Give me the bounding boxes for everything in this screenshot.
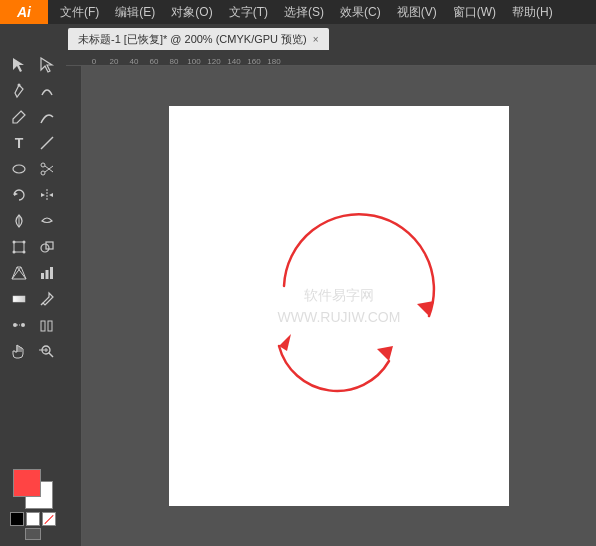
tool-row-8 [0,234,66,260]
screen-mode-button[interactable] [25,528,41,540]
svg-point-30 [21,323,25,327]
tool-row-1 [0,52,66,78]
graph-tool[interactable] [34,261,60,285]
svg-point-29 [13,323,17,327]
svg-rect-27 [13,296,25,302]
svg-point-18 [13,251,16,254]
svg-marker-12 [49,193,53,197]
hand-tool[interactable] [6,339,32,363]
canvas-content[interactable]: 软件易字网 WWW.RUJIW.COM [82,66,596,546]
perspective-tool[interactable] [6,261,32,285]
canvas-area: 0 20 40 60 80 100 120 140 160 180 软件易字网 … [66,50,596,546]
shape-builder-tool[interactable] [34,235,60,259]
no-color-button[interactable] [42,512,56,526]
menu-bar: Ai 文件(F) 编辑(E) 对象(O) 文字(T) 选择(S) 效果(C) 视… [0,0,596,24]
svg-marker-21 [12,267,26,279]
pen-tool[interactable] [6,79,32,103]
width-tool[interactable] [6,209,32,233]
svg-point-16 [23,241,26,244]
main-area: T [0,50,596,546]
reflect-tool[interactable] [34,183,60,207]
tool-row-10 [0,286,66,312]
swap-colors-button[interactable] [26,512,40,526]
rotate-tool[interactable] [6,183,32,207]
tool-row-2 [0,78,66,104]
blend-tool[interactable] [6,313,32,337]
menu-select[interactable]: 选择(S) [276,0,332,24]
direct-selection-tool[interactable] [34,53,60,77]
svg-line-28 [41,303,43,305]
tab-close-button[interactable]: × [313,34,319,45]
gradient-tool[interactable] [6,287,32,311]
svg-rect-14 [14,242,24,252]
svg-point-17 [23,251,26,254]
tool-row-6 [0,182,66,208]
screen-mode [4,528,62,540]
menu-view[interactable]: 视图(V) [389,0,445,24]
svg-point-6 [41,171,45,175]
svg-rect-33 [48,321,52,331]
menu-object[interactable]: 对象(O) [163,0,220,24]
drawing-svg [169,106,509,506]
foreground-color-box[interactable] [13,469,41,497]
selection-tool[interactable] [6,53,32,77]
ruler-tick: 100 [184,57,204,66]
tab-title: 未标题-1 [已恢复]* @ 200% (CMYK/GPU 预览) [78,32,307,47]
toolbar: T [0,50,66,546]
ruler-tick: 140 [224,57,244,66]
menu-edit[interactable]: 编辑(E) [107,0,163,24]
ruler-tick: 120 [204,57,224,66]
svg-point-19 [41,244,49,252]
scissors-tool[interactable] [34,157,60,181]
svg-rect-32 [41,321,45,331]
svg-marker-1 [41,58,52,72]
ruler-tick: 40 [124,57,144,66]
document-tab[interactable]: 未标题-1 [已恢复]* @ 200% (CMYK/GPU 预览) × [68,28,329,50]
tool-row-9 [0,260,66,286]
mini-color-boxes [4,512,62,526]
svg-point-5 [41,163,45,167]
svg-rect-24 [41,273,44,279]
curvature-tool[interactable] [34,79,60,103]
svg-rect-26 [50,267,53,279]
tool-row-7 [0,208,66,234]
svg-line-3 [41,137,53,149]
ruler-tick: 20 [104,57,124,66]
menu-window[interactable]: 窗口(W) [445,0,504,24]
menu-effect[interactable]: 效果(C) [332,0,389,24]
tool-row-11 [0,312,66,338]
line-tool[interactable] [34,131,60,155]
smooth-tool[interactable] [34,105,60,129]
free-transform-tool[interactable] [6,235,32,259]
color-section [0,465,66,544]
svg-rect-25 [46,270,49,279]
menu-help[interactable]: 帮助(H) [504,0,561,24]
tab-bar: 未标题-1 [已恢复]* @ 200% (CMYK/GPU 预览) × [0,24,596,50]
svg-line-35 [49,353,53,357]
ruler-top: 0 20 40 60 80 100 120 140 160 180 [66,50,596,66]
pencil-tool[interactable] [6,105,32,129]
type-tool[interactable]: T [6,131,32,155]
artboard: 软件易字网 WWW.RUJIW.COM [169,106,509,506]
zoom-tool[interactable] [34,339,60,363]
ai-logo: Ai [0,0,48,24]
tool-row-5 [0,156,66,182]
warp-tool[interactable] [34,209,60,233]
ellipse-tool[interactable] [6,157,32,181]
tool-row-4: T [0,130,66,156]
svg-point-2 [18,84,21,87]
ruler-tick: 60 [144,57,164,66]
ruler-tick: 0 [84,57,104,66]
menu-file[interactable]: 文件(F) [52,0,107,24]
ruler-tick: 180 [264,57,284,66]
tool-row-3 [0,104,66,130]
default-colors-button[interactable] [10,512,24,526]
ruler-tick: 80 [164,57,184,66]
menu-type[interactable]: 文字(T) [221,0,276,24]
svg-point-15 [13,241,16,244]
color-boxes [13,469,53,509]
ruler-tick: 160 [244,57,264,66]
column-graph-tool[interactable] [34,313,60,337]
eyedropper-tool[interactable] [34,287,60,311]
svg-point-4 [13,165,25,173]
